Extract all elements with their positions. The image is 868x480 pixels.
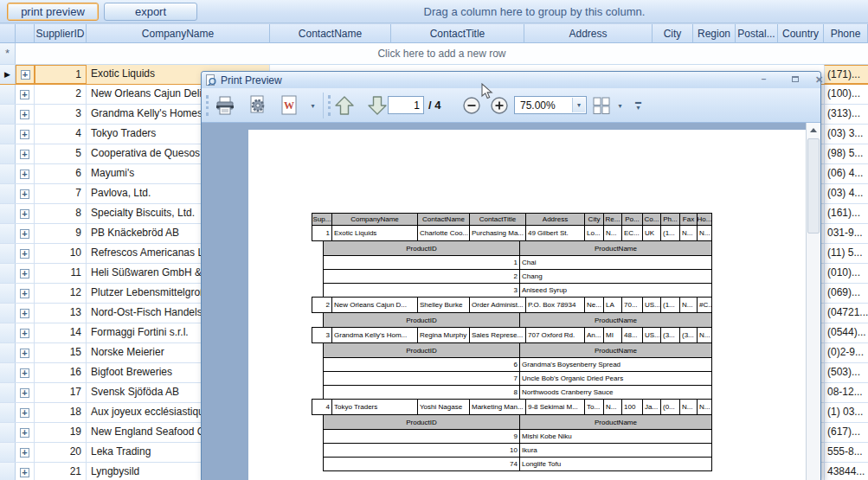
add-new-row[interactable]: * Click here to add a new row [0,43,868,65]
supplier-id-cell[interactable]: 1 [35,65,87,84]
supplier-id-cell[interactable]: 7 [35,184,87,203]
phone-cell[interactable]: (1) 03... [824,403,868,422]
zoom-out-button[interactable] [460,93,484,118]
supplier-id-cell[interactable]: 19 [35,423,87,442]
next-page-button[interactable] [364,93,390,118]
column-header-country[interactable]: Country [778,24,824,43]
row-expander[interactable]: + [16,164,35,183]
row-expander[interactable]: + [16,383,35,402]
zoom-in-button[interactable] [487,93,511,118]
expand-plus-icon[interactable]: + [20,448,29,458]
phone-cell[interactable]: (04721... [824,304,868,323]
expand-plus-icon[interactable]: + [20,468,29,477]
zoom-dropdown-arrow-icon[interactable]: ▾ [572,98,585,112]
phone-cell[interactable]: (03) 3... [824,125,868,144]
expand-plus-icon[interactable]: + [20,289,29,298]
supplier-id-cell[interactable]: 8 [35,204,87,223]
toolbar-overflow-button[interactable]: ▬ ▾ [633,90,644,121]
expand-plus-icon[interactable]: + [20,209,29,219]
phone-cell[interactable]: (503)... [824,363,868,382]
row-expander[interactable]: + [16,224,35,243]
row-expander[interactable]: + [16,343,35,362]
column-header-phone[interactable]: Phone [824,24,868,43]
phone-cell[interactable]: (03) 4... [824,184,868,203]
row-expander[interactable]: + [16,65,35,84]
preview-vertical-scrollbar[interactable] [806,123,820,480]
toolbar-grip[interactable] [328,95,331,116]
supplier-id-cell[interactable]: 17 [35,383,87,402]
phone-cell[interactable]: (0)2-9... [824,343,868,362]
supplier-id-cell[interactable]: 16 [35,363,87,382]
supplier-id-cell[interactable]: 15 [35,343,87,362]
phone-cell[interactable]: (617)... [824,423,868,442]
expand-plus-icon[interactable]: + [20,170,29,179]
row-expander[interactable]: + [16,264,35,283]
row-expander[interactable]: + [16,363,35,382]
column-header-region[interactable]: Region [693,24,736,43]
supplier-id-cell[interactable]: 6 [35,164,87,183]
column-header-companyname[interactable]: CompanyName [87,24,270,43]
export-word-button[interactable]: W [276,93,302,118]
row-expander[interactable]: + [16,284,35,303]
phone-cell[interactable]: (11) 5... [824,244,868,263]
expand-plus-icon[interactable]: + [20,428,29,438]
toolbar-grip[interactable] [206,95,209,116]
print-preview-button[interactable]: print preview [7,3,99,21]
row-expander[interactable]: + [16,443,35,462]
dialog-titlebar[interactable]: Print Preview – ✕ [202,72,820,88]
previous-page-button[interactable] [331,93,357,118]
supplier-id-cell[interactable]: 14 [35,323,87,342]
expand-plus-icon[interactable]: + [20,349,29,358]
expand-plus-icon[interactable]: + [20,408,29,418]
scrollbar-thumb[interactable] [807,138,820,234]
row-expander[interactable]: + [16,403,35,422]
supplier-id-cell[interactable]: 18 [35,403,87,422]
column-header-contacttitle[interactable]: ContactTitle [391,24,524,43]
expand-plus-icon[interactable]: + [20,90,29,99]
supplier-id-cell[interactable]: 20 [35,443,87,462]
expand-plus-icon[interactable]: + [21,70,30,80]
supplier-id-cell[interactable]: 13 [35,304,87,323]
row-expander[interactable]: + [16,244,35,263]
expand-plus-icon[interactable]: + [20,269,29,278]
page-number-input[interactable] [388,96,424,114]
expand-plus-icon[interactable]: + [20,189,29,199]
zoom-combobox[interactable]: 75.00% ▾ [514,96,587,114]
expand-plus-icon[interactable]: + [20,150,29,159]
phone-cell[interactable]: 031-9... [824,224,868,243]
phone-cell[interactable]: (98) 5... [824,144,868,163]
expand-plus-icon[interactable]: + [20,229,29,239]
phone-cell[interactable]: (313)... [824,105,868,124]
row-expander[interactable]: + [16,323,35,342]
phone-cell[interactable]: (100)... [824,85,868,104]
minimize-button[interactable]: – [757,74,770,86]
row-expander[interactable]: + [16,144,35,163]
expand-plus-icon[interactable]: + [20,249,29,259]
row-expander[interactable]: + [16,304,35,323]
export-options-dropdown[interactable]: ▾ [307,95,318,116]
row-expander[interactable]: + [16,85,35,104]
supplier-id-cell[interactable]: 9 [35,224,87,243]
supplier-id-cell[interactable]: 11 [35,264,87,283]
phone-cell[interactable]: (0544)... [824,323,868,342]
expand-plus-icon[interactable]: + [20,309,29,318]
supplier-id-cell[interactable]: 5 [35,144,87,163]
column-header-supplierid[interactable]: SupplierID [35,24,87,43]
expand-plus-icon[interactable]: + [20,368,29,378]
row-expander[interactable]: + [16,184,35,203]
row-expander[interactable]: + [16,204,35,223]
phone-cell[interactable]: (171)... [824,65,868,84]
page-setup-button[interactable] [245,93,271,118]
print-button[interactable] [212,93,238,118]
row-expander[interactable]: + [16,125,35,144]
export-button[interactable]: export [104,3,197,21]
phone-cell[interactable]: (06) 4... [824,164,868,183]
scrollbar-up-button[interactable] [807,123,820,138]
pages-layout-dropdown[interactable]: ▾ [614,95,626,116]
supplier-id-cell[interactable]: 21 [35,463,87,480]
close-button[interactable]: ✕ [813,74,826,86]
supplier-id-cell[interactable]: 3 [35,105,87,124]
phone-cell[interactable]: 08-12... [824,383,868,402]
expand-plus-icon[interactable]: + [20,110,29,119]
supplier-id-cell[interactable]: 12 [35,284,87,303]
